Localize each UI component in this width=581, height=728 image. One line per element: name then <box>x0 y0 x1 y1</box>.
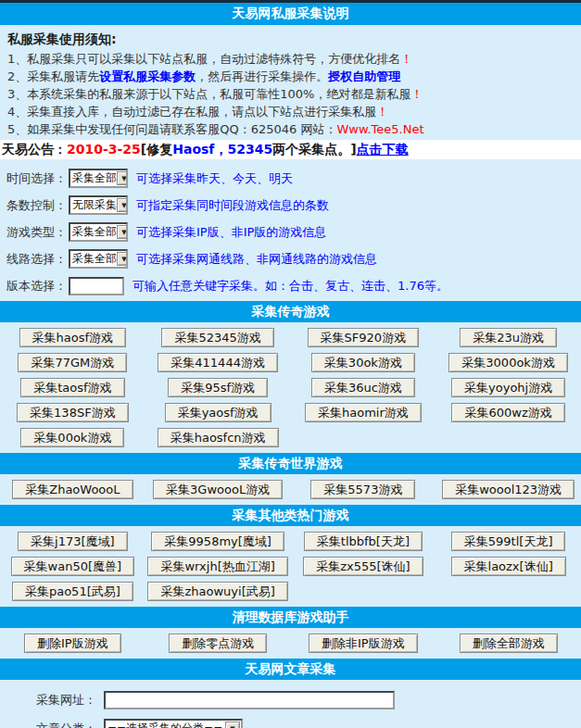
auth-self-manage-link[interactable]: 授权自助管理 <box>328 69 400 83</box>
button-cell: 删除非IP版游戏 <box>291 631 436 656</box>
line-select-label: 线路选择： <box>6 251 67 268</box>
collect-game-button[interactable]: 采集laozx[诛仙] <box>451 557 566 576</box>
text-segment: Haosf，52345 <box>172 142 272 157</box>
collect-game-button[interactable]: 采集9958my[魔域] <box>151 532 284 551</box>
button-cell: 采集5573游戏 <box>291 477 436 502</box>
collect-game-button[interactable]: 采集77GM游戏 <box>18 353 127 372</box>
delete-game-button[interactable]: 删除零点游戏 <box>169 634 267 653</box>
collect-game-button[interactable]: 采集00ok游戏 <box>20 428 124 447</box>
button-cell: 采集zx555[诛仙] <box>291 554 436 579</box>
text-segment: 5、如果采集中发现任何问题请联系客服QQ：625046 网站： <box>7 122 337 136</box>
count-select[interactable]: 无限采集 ▼ <box>69 195 128 215</box>
collect-game-button[interactable]: 采集wan50[魔兽] <box>11 557 135 576</box>
chevron-down-icon: ▼ <box>117 171 128 185</box>
button-cell: 采集haomir游戏 <box>291 400 436 425</box>
line-select[interactable]: 采集全部 ▼ <box>69 249 128 269</box>
button-grid: 删除IP版游戏删除零点游戏删除非IP版游戏删除全部游戏 <box>0 628 581 659</box>
text-segment: 天易公告： <box>2 142 67 157</box>
count-select-label: 条数控制： <box>6 197 67 214</box>
article-collect-form: 采集网址： 文章分类： ==选择采集的分类== ▼ <box>0 680 581 728</box>
collect-game-button[interactable]: 采集138SF游戏 <box>17 403 129 422</box>
count-select-description: 可指定采集同时间段游戏信息的条数 <box>136 197 329 214</box>
collect-game-button[interactable]: 采集52345游戏 <box>161 328 273 347</box>
button-grid: 采集j173[魔域]采集9958my[魔域]采集tlbbfb[天龙]采集599t… <box>0 526 581 607</box>
collect-game-button[interactable]: 采集yaosf游戏 <box>165 403 272 422</box>
button-cell: 采集3000ok游戏 <box>436 350 581 375</box>
collect-game-button[interactable]: 采集haosf游戏 <box>19 328 127 347</box>
delete-game-button[interactable]: 删除全部游戏 <box>460 634 558 653</box>
button-cell: 采集138SF游戏 <box>0 400 145 425</box>
article-section-title: 天易网文章采集 <box>246 661 336 676</box>
article-category-select[interactable]: ==选择采集的分类== ▼ <box>104 719 243 728</box>
collect-game-button[interactable]: 采集zx555[诛仙] <box>303 557 423 576</box>
article-section-header: 天易网文章采集 <box>0 659 581 680</box>
button-cell: 采集36uc游戏 <box>291 375 436 400</box>
article-category-row: 文章分类： ==选择采集的分类== ▼ <box>0 714 581 728</box>
form-row: 游戏类型： 采集全部 ▼ 可选择采集IP版、非IP版的游戏信息 <box>0 219 581 245</box>
button-cell: 采集95sf游戏 <box>145 375 291 400</box>
announcement-bar: 天易公告：2010-3-25[修复Haosf，52345两个采集点。]点击下载 <box>0 140 581 159</box>
download-link[interactable]: 点击下载 <box>357 142 409 157</box>
collect-game-button[interactable]: 采集3000ok游戏 <box>448 353 568 372</box>
instruction-line: 4、采集直接入库，自动过滤已存在私服，请点以下站点进行采集私服！ <box>7 103 574 120</box>
collect-game-button[interactable]: 采集SF920游戏 <box>308 328 420 347</box>
collect-game-button[interactable]: 采集95sf游戏 <box>168 378 268 397</box>
text-segment: 1、私服采集只可以采集以下站点私服，自动过滤特殊符号，方便优化排名 <box>7 52 400 66</box>
instructions-heading: 私服采集使用须知: <box>7 31 574 48</box>
set-collect-params-link[interactable]: 设置私服采集参数 <box>99 69 196 83</box>
instructions-panel: 私服采集使用须知: 1、私服采集只可以采集以下站点私服，自动过滤特殊符号，方便优… <box>0 25 581 140</box>
instruction-line: 3、本系统采集的私服来源于以下站点，私服可靠性100%，绝对都是新私服！ <box>7 85 574 103</box>
collect-game-button[interactable]: 采集3GwoooL游戏 <box>153 480 283 499</box>
collect-game-button[interactable]: 采集j173[魔域] <box>18 532 128 551</box>
chevron-down-icon: ▼ <box>225 722 240 728</box>
collect-game-button[interactable]: 采集pao51[武易] <box>12 582 133 601</box>
collect-game-button[interactable]: 采集wrxjh[热血江湖] <box>147 557 287 576</box>
collect-game-button[interactable]: 采集zhaowuyi[武易] <box>147 582 287 601</box>
text-segment: ！ <box>400 52 412 66</box>
version-input-label: 版本选择： <box>6 278 67 295</box>
collect-game-button[interactable]: 采集23u游戏 <box>460 328 557 347</box>
delete-game-button[interactable]: 删除IP版游戏 <box>24 634 121 653</box>
collect-game-button[interactable]: 采集599tl[天龙] <box>451 532 566 551</box>
button-cell: 采集j173[魔域] <box>0 529 145 554</box>
collect-game-button[interactable]: 采集taosf游戏 <box>20 378 124 397</box>
button-cell: 采集23u游戏 <box>436 325 581 350</box>
time-select[interactable]: 采集全部 ▼ <box>69 169 128 188</box>
game-type-select[interactable]: 采集全部 ▼ <box>69 222 128 242</box>
collect-game-button[interactable]: 采集yoyohj游戏 <box>451 378 565 397</box>
collect-game-button[interactable]: 采集tlbbfb[天龙] <box>304 532 423 551</box>
collect-section: 采集传奇世界游戏 采集ZhaoWoooL采集3GwoooL游戏采集5573游戏采… <box>0 453 581 505</box>
button-cell: 采集77GM游戏 <box>0 350 145 375</box>
collect-game-button[interactable]: 采集woool123游戏 <box>442 480 575 499</box>
collect-game-button[interactable]: 采集haomir游戏 <box>305 403 422 422</box>
collect-game-button[interactable]: 采集600wz游戏 <box>451 403 564 422</box>
collect-game-button[interactable]: 采集5573游戏 <box>310 480 415 499</box>
text-segment: 4、采集直接入库，自动过滤已存在私服，请点以下站点进行采集私服 <box>7 105 376 119</box>
button-cell: 采集52345游戏 <box>145 325 291 350</box>
form-row: 时间选择： 采集全部 ▼ 可选择采集昨天、今天、明天 <box>0 165 581 192</box>
collect-game-button[interactable]: 采集36uc游戏 <box>311 378 415 397</box>
game-type-select-label: 游戏类型： <box>6 224 67 241</box>
text-segment: 3、本系统采集的私服来源于以下站点，私服可靠性100%，绝对都是新私服 <box>7 87 410 101</box>
version-input[interactable] <box>69 277 124 295</box>
button-cell: 采集SF920游戏 <box>291 325 436 350</box>
collect-game-button[interactable]: 采集30ok游戏 <box>311 353 415 372</box>
button-cell: 采集taosf游戏 <box>0 375 145 400</box>
text-segment: ！ <box>410 87 423 101</box>
button-grid: 采集haosf游戏采集52345游戏采集SF920游戏采集23u游戏采集77GM… <box>0 322 581 453</box>
collect-section: 清理数据库游戏助手 删除IP版游戏删除零点游戏删除非IP版游戏删除全部游戏 <box>0 607 581 659</box>
collect-section: 采集传奇游戏 采集haosf游戏采集52345游戏采集SF920游戏采集23u游… <box>0 301 581 453</box>
collect-options-form: 时间选择： 采集全部 ▼ 可选择采集昨天、今天、明天 条数控制： 无限采集 ▼ … <box>0 159 581 301</box>
collect-game-button[interactable]: 采集haosfcn游戏 <box>158 428 279 447</box>
time-select-label: 时间选择： <box>6 170 67 187</box>
select-value: 采集全部 <box>70 224 117 240</box>
collect-game-button[interactable]: 采集ZhaoWoooL <box>12 480 133 499</box>
button-cell: 删除全部游戏 <box>436 631 581 656</box>
article-url-row: 采集网址： <box>0 685 581 714</box>
button-cell: 采集woool123游戏 <box>436 477 581 502</box>
article-url-input[interactable] <box>104 691 395 709</box>
delete-game-button[interactable]: 删除非IP版游戏 <box>309 634 418 653</box>
collect-game-button[interactable]: 采集411444游戏 <box>158 353 278 372</box>
button-grid: 采集ZhaoWoooL采集3GwoooL游戏采集5573游戏采集woool123… <box>0 474 581 505</box>
button-cell: 采集3GwoooL游戏 <box>145 477 291 502</box>
